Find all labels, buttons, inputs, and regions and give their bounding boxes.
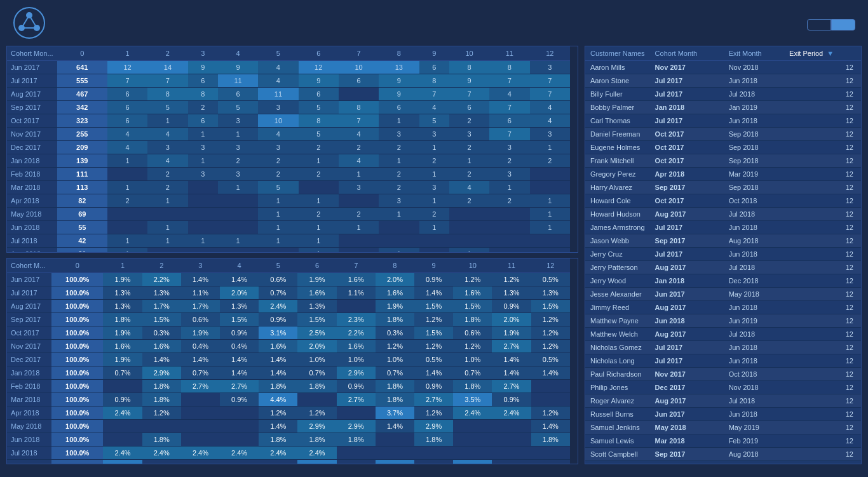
top-table-scroll[interactable]: Cohort Mon... 0 1 2 3 4 5 6 7 8 9 10 — [7, 46, 578, 252]
table-row: Jun 201764112149941210136883 — [7, 61, 578, 74]
table-row: Dec 2017100.0%1.9%1.4%1.4%1.4%1.4%1.0%1.… — [7, 353, 578, 366]
table-row: Jun 201855111111 — [7, 221, 578, 234]
svg-line-5 — [29, 15, 37, 28]
bottom-col-6: 6 — [297, 259, 336, 273]
table-row: May 201869122121 — [7, 208, 578, 221]
bottom-table: Cohort M... 0 1 2 3 4 5 6 7 8 9 10 — [7, 259, 578, 464]
bottom-col-9: 9 — [414, 259, 453, 273]
table-row: Feb 2018100.0%1.8%2.7%2.7%1.8%1.8%0.9%1.… — [7, 379, 578, 393]
table-row: Howard ColeOct 2017Oct 201812 — [585, 194, 861, 208]
top-col-cohort: Cohort Mon... — [7, 46, 57, 61]
table-row: Aug 2018311111 — [7, 248, 578, 252]
table-row: May 2018100.0%1.4%2.9%2.9%1.4%2.9%1.4% — [7, 419, 578, 433]
right-table-scroll[interactable]: Customer Names Cohort Month Exit Month E… — [585, 46, 861, 464]
table-row: Jun 2017100.0%1.9%2.2%1.4%1.4%0.6%1.9%1.… — [7, 272, 578, 286]
header-right — [807, 15, 855, 30]
bottom-col-2: 2 — [142, 259, 181, 273]
table-row: Jesse AlexanderJun 2017May 201812 — [585, 288, 861, 301]
bottom-col-8: 8 — [376, 259, 414, 273]
table-row: Jul 2018100.0%2.4%2.4%2.4%2.4%2.4%2.4% — [7, 446, 578, 459]
table-row: Matthew PayneJun 2018Jun 201912 — [585, 314, 861, 328]
bottom-col-11: 11 — [492, 259, 531, 273]
table-row: Carl ThomasJul 2017Jun 201812 — [585, 114, 861, 128]
table-row: Oct 2017100.0%1.9%0.3%1.9%0.9%3.1%2.5%2.… — [7, 326, 578, 339]
bottom-table-header-row: Cohort M... 0 1 2 3 4 5 6 7 8 9 10 — [7, 259, 578, 273]
table-row: Eugene HolmesOct 2017Sep 201812 — [585, 141, 861, 154]
bottom-col-3: 3 — [181, 259, 220, 273]
table-row: Jul 20175557761149698977 — [7, 74, 578, 88]
table-row: Matthew WelchAug 2017Jul 201812 — [585, 328, 861, 341]
bottom-table-container: Cohort M... 0 1 2 3 4 5 6 7 8 9 10 — [6, 258, 578, 465]
bottom-col-5: 5 — [259, 259, 297, 273]
table-row: Sep 2017342652535864674 — [7, 101, 578, 114]
table-row: Apr 2018100.0%2.4%1.2%1.2%1.2%3.7%1.2%2.… — [7, 406, 578, 419]
retention-button[interactable] — [831, 19, 855, 30]
table-row: Philip JonesDec 2017Nov 201812 — [585, 381, 861, 394]
table-row: Sep 2017100.0%1.8%1.5%0.6%1.5%0.9%1.5%2.… — [7, 312, 578, 326]
bottom-col-1: 1 — [103, 259, 142, 273]
table-row: Shawn BurtonSep 2017Sep 201812 — [585, 461, 861, 464]
top-col-5: 5 — [258, 46, 298, 61]
table-row: Nicholas LongJul 2017Jun 201812 — [585, 354, 861, 368]
table-row: Jan 2018139141221412122 — [7, 154, 578, 168]
header — [0, 0, 868, 46]
right-table: Customer Names Cohort Month Exit Month E… — [585, 46, 861, 464]
table-row: Aug 2017467688611697747 — [7, 88, 578, 101]
table-row: Jul 2017100.0%1.3%1.3%1.1%2.0%0.7%1.6%1.… — [7, 286, 578, 299]
table-row: Mar 2018113121532341 — [7, 181, 578, 194]
toggle-buttons — [807, 19, 855, 30]
table-row: Daniel FreemanOct 2017Sep 201812 — [585, 128, 861, 141]
table-row: Jul 201842111111 — [7, 234, 578, 248]
table-row: Howard HudsonAug 2017Jul 201812 — [585, 208, 861, 221]
left-panel: Cohort Mon... 0 1 2 3 4 5 6 7 8 9 10 — [6, 46, 578, 464]
top-col-12: 12 — [530, 46, 570, 61]
table-row: Jason WebbSep 2017Aug 201812 — [585, 234, 861, 248]
table-row: Dec 2017209433332221231 — [7, 141, 578, 154]
table-row: Jan 2018100.0%0.7%2.9%0.7%1.4%1.4%0.7%2.… — [7, 366, 578, 379]
right-col-cohort: Cohort Month — [650, 46, 724, 61]
table-row: Harry AlvarezSep 2017Sep 201812 — [585, 181, 861, 194]
table-row: Frank MitchellOct 2017Sep 201812 — [585, 154, 861, 168]
bottom-col-12: 12 — [531, 259, 570, 273]
table-row: Samuel LewisMar 2018Feb 201912 — [585, 434, 861, 448]
table-row: Paul RichardsonNov 2017Oct 201812 — [585, 368, 861, 381]
table-row: Samuel JenkinsMay 2018May 201912 — [585, 421, 861, 434]
table-row: Roger AlvarezAug 2017Jul 201812 — [585, 394, 861, 408]
right-panel: Customer Names Cohort Month Exit Month E… — [585, 46, 862, 464]
table-row: Mar 2018100.0%0.9%1.8%0.9%4.4%2.7%1.8%2.… — [7, 393, 578, 406]
logo-icon — [13, 6, 46, 39]
table-row: Feb 20181112332212123 — [7, 168, 578, 181]
table-row: Nov 2017255441145433373 — [7, 128, 578, 141]
table-row: Nov 2017100.0%1.6%1.6%0.4%0.4%1.6%2.0%1.… — [7, 339, 578, 353]
top-table-container: Cohort Mon... 0 1 2 3 4 5 6 7 8 9 10 — [6, 46, 578, 253]
bottom-col-cohort: Cohort M... — [7, 259, 51, 273]
table-row: Gregory PerezApr 2018Mar 201912 — [585, 168, 861, 181]
table-row: Russell BurnsJun 2017Jun 201812 — [585, 408, 861, 421]
right-col-exit-month: Exit Month — [724, 46, 784, 61]
top-col-4: 4 — [218, 46, 258, 61]
bottom-table-scroll[interactable]: Cohort M... 0 1 2 3 4 5 6 7 8 9 10 — [7, 259, 578, 464]
top-col-11: 11 — [489, 46, 529, 61]
top-table-header-row: Cohort Mon... 0 1 2 3 4 5 6 7 8 9 10 — [7, 46, 578, 61]
table-row: Jerry PattersonAug 2017Jul 201812 — [585, 261, 861, 274]
table-row: Apr 201882211131221 — [7, 194, 578, 208]
right-col-exit-period[interactable]: Exit Period ▼ — [784, 46, 861, 61]
top-table: Cohort Mon... 0 1 2 3 4 5 6 7 8 9 10 — [7, 46, 578, 252]
table-row: Jun 2018100.0%1.8%1.8%1.8%1.8%1.8%1.8% — [7, 433, 578, 446]
table-row: Aaron StoneJul 2017Jun 201812 — [585, 74, 861, 88]
top-col-0: 0 — [57, 46, 107, 61]
bottom-col-4: 4 — [220, 259, 259, 273]
table-row: Jimmy ReedAug 2017Jun 201812 — [585, 301, 861, 314]
table-row: Bobby PalmerJan 2018Jan 201912 — [585, 101, 861, 114]
top-col-1: 1 — [107, 46, 147, 61]
top-col-6: 6 — [299, 46, 339, 61]
table-row: Scott CampbellSep 2017Aug 201812 — [585, 448, 861, 461]
sort-arrow-icon: ▼ — [827, 50, 834, 57]
bottom-col-0: 0 — [51, 259, 103, 273]
top-col-8: 8 — [379, 46, 419, 61]
churning-button[interactable] — [807, 19, 831, 30]
table-row: Billy FullerJul 2017Jul 201812 — [585, 88, 861, 101]
top-col-10: 10 — [449, 46, 489, 61]
svg-line-4 — [22, 15, 29, 28]
table-row: Oct 20173236163108715264 — [7, 114, 578, 128]
